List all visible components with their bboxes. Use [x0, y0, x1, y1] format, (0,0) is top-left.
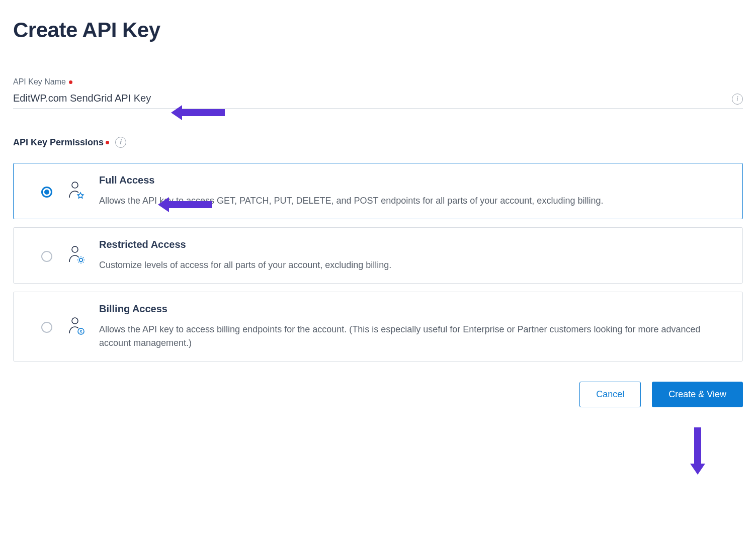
svg-point-0	[72, 182, 78, 188]
option-description: Customize levels of access for all parts…	[99, 258, 729, 272]
permissions-options: Full Access Allows the API key to access…	[13, 163, 743, 362]
create-view-button[interactable]: Create & View	[652, 382, 743, 407]
cancel-button[interactable]: Cancel	[579, 382, 641, 407]
radio-restricted-access[interactable]	[41, 251, 52, 262]
svg-text:$: $	[79, 329, 82, 334]
permissions-label-text: API Key Permissions	[13, 137, 104, 148]
permission-option-billing-access[interactable]: $ Billing Access Allows the API key to a…	[13, 292, 743, 362]
annotation-arrow-icon	[694, 427, 701, 464]
option-title: Full Access	[99, 174, 729, 186]
option-title: Billing Access	[99, 303, 729, 315]
required-dot-icon	[69, 80, 72, 84]
info-icon[interactable]: i	[115, 137, 126, 148]
permissions-label: API Key Permissions i	[13, 137, 743, 148]
option-title: Restricted Access	[99, 239, 729, 250]
page-title: Create API Key	[13, 18, 743, 42]
user-star-icon	[68, 181, 85, 202]
api-key-name-input[interactable]	[13, 89, 732, 108]
user-gear-icon	[68, 245, 85, 266]
info-icon[interactable]: i	[732, 94, 743, 105]
svg-point-2	[79, 258, 82, 261]
permission-option-full-access[interactable]: Full Access Allows the API key to access…	[13, 163, 743, 219]
radio-full-access[interactable]	[41, 187, 52, 198]
api-key-name-label: API Key Name	[13, 77, 743, 86]
option-description: Allows the API key to access billing end…	[99, 323, 729, 350]
radio-billing-access[interactable]	[41, 322, 52, 333]
annotation-arrow-icon	[169, 201, 212, 208]
svg-point-1	[72, 246, 78, 252]
permission-option-restricted-access[interactable]: Restricted Access Customize levels of ac…	[13, 227, 743, 284]
svg-point-3	[72, 318, 78, 324]
required-dot-icon	[106, 141, 109, 144]
annotation-arrow-icon	[182, 109, 225, 116]
api-key-name-label-text: API Key Name	[13, 77, 66, 86]
user-dollar-icon: $	[68, 316, 85, 337]
